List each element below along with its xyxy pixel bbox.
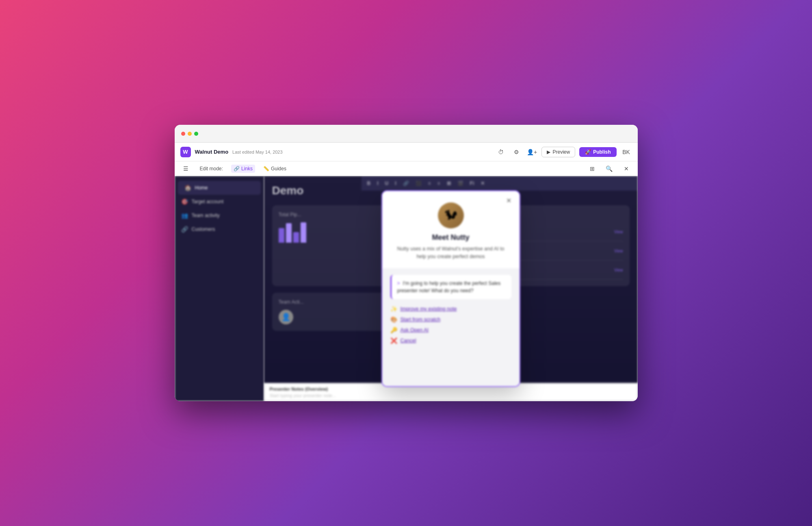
app-header: W Walnut Demo Last edited May 14, 2023 ⏱… [175, 143, 638, 161]
action-item-scratch[interactable]: 🎨 Start from scratch [390, 316, 511, 323]
preview-label: Preview [552, 149, 570, 155]
cancel-emoji: ❌ [390, 337, 397, 344]
target-icon: 🎯 [181, 198, 188, 205]
modal-close-button[interactable]: ✕ [504, 196, 514, 206]
collapse-label: BK [622, 149, 630, 155]
browser-window: W Walnut Demo Last edited May 14, 2023 ⏱… [175, 125, 638, 401]
links-label: Links [241, 166, 253, 172]
dot-red[interactable] [181, 132, 185, 136]
search-button[interactable]: 🔍 [604, 163, 615, 174]
add-user-button[interactable]: 👤+ [526, 146, 537, 158]
improve-emoji: ✨ [390, 306, 397, 312]
logo-text: W [183, 149, 188, 155]
nutty-avatar: 🐿 [438, 202, 464, 228]
action-item-cancel[interactable]: ❌ Cancel [390, 337, 511, 344]
dot-yellow[interactable] [188, 132, 192, 136]
action-list: ✨ Improve my existing note 🎨 Start from … [390, 304, 511, 346]
app-logo: W [180, 147, 191, 157]
chat-arrow-icon: > [397, 280, 400, 286]
links-button[interactable]: 🔗 Links [231, 165, 255, 173]
app-title: Walnut Demo [195, 149, 229, 155]
publish-label: Publish [593, 149, 611, 155]
sidebar-item-target-label: Target account [192, 199, 224, 204]
nutty-description: Nutty uses a mix of Walnut's expertise a… [392, 245, 510, 261]
sidebar-item-customers-label: Customers [192, 226, 215, 232]
customers-icon: 🔗 [181, 226, 188, 233]
sidebar-toggle-button[interactable]: ☰ [180, 163, 192, 174]
collapse-button[interactable]: BK [621, 146, 632, 158]
chat-message: I'm going to help you create the perfect… [397, 280, 501, 293]
edit-mode-label: Edit mode: [197, 165, 225, 173]
sidebar-item-home[interactable]: 🏠 Home [178, 181, 261, 195]
browser-chrome [175, 125, 638, 143]
nutty-modal: ✕ 🐿 Meet Nutty Nutty uses a mix of Walnu… [381, 190, 520, 387]
modal-chat-area [382, 354, 520, 386]
modal-overlay: ✕ 🐿 Meet Nutty Nutty uses a mix of Walnu… [264, 176, 638, 401]
sidebar-item-team[interactable]: 👥 Team activity [175, 209, 264, 222]
team-icon: 👥 [181, 212, 188, 219]
preview-button[interactable]: ▶ Preview [541, 147, 575, 157]
sidebar-item-target[interactable]: 🎯 Target account [175, 195, 264, 209]
preview-icon: ▶ [547, 149, 550, 155]
modal-header: 🐿 Meet Nutty Nutty uses a mix of Walnut'… [382, 191, 520, 269]
guides-button[interactable]: 📏 Guides [261, 165, 289, 173]
sidebar-item-customers[interactable]: 🔗 Customers [175, 222, 264, 236]
app-content: 🏠 Home 🎯 Target account 👥 Team activity … [175, 176, 638, 401]
dot-green[interactable] [194, 132, 198, 136]
scratch-emoji: 🎨 [390, 316, 397, 323]
chat-bubble: > I'm going to help you create the perfe… [390, 275, 511, 299]
browser-dots [181, 132, 198, 136]
openai-link[interactable]: Ask Open AI [401, 327, 429, 333]
grid-button[interactable]: ⊞ [587, 163, 598, 174]
nutty-title: Meet Nutty [392, 233, 510, 242]
close-icon: ✕ [506, 197, 511, 204]
close-button[interactable]: ✕ [621, 163, 632, 174]
publish-button[interactable]: 🚀 Publish [579, 147, 616, 157]
cancel-link[interactable]: Cancel [401, 338, 416, 343]
home-icon: 🏠 [184, 185, 191, 191]
action-item-improve[interactable]: ✨ Improve my existing note [390, 306, 511, 312]
app-subtitle: Last edited May 14, 2023 [232, 150, 283, 154]
action-item-openai[interactable]: 🔑 Ask Open AI [390, 327, 511, 333]
scratch-link[interactable]: Start from scratch [401, 317, 441, 322]
nutty-avatar-emoji: 🐿 [444, 208, 457, 223]
guides-label: Guides [271, 166, 286, 172]
sidebar: 🏠 Home 🎯 Target account 👥 Team activity … [175, 176, 264, 401]
history-button[interactable]: ⏱ [495, 146, 507, 158]
guides-icon: 📏 [263, 166, 269, 172]
app-toolbar: ☰ Edit mode: 🔗 Links 📏 Guides ⊞ 🔍 ✕ [175, 161, 638, 176]
improve-link[interactable]: Improve my existing note [401, 306, 457, 312]
link-icon: 🔗 [234, 166, 240, 172]
sidebar-item-home-label: Home [195, 185, 208, 191]
sidebar-item-team-label: Team activity [192, 213, 220, 218]
openai-emoji: 🔑 [390, 327, 397, 333]
settings-button[interactable]: ⚙ [511, 146, 522, 158]
main-panel: Demo Total Pip... Target A [264, 176, 638, 401]
publish-icon: 🚀 [585, 149, 591, 155]
modal-body: > I'm going to help you create the perfe… [382, 268, 520, 354]
